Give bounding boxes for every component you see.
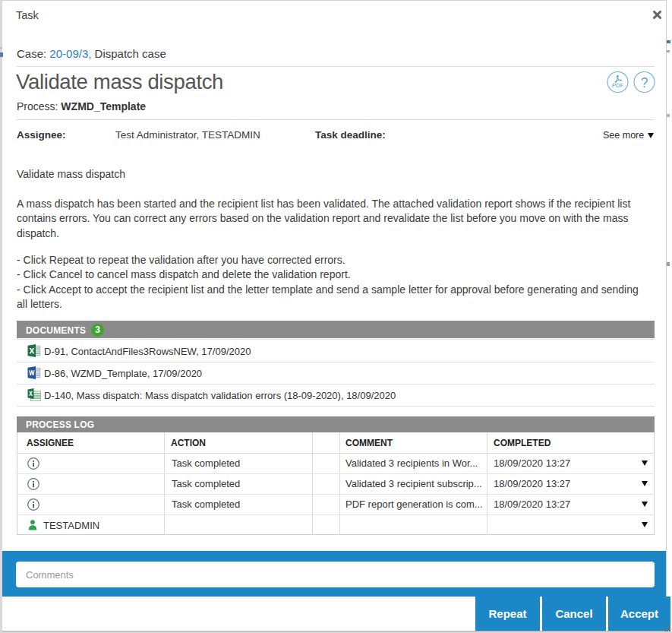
svg-text:PDF: PDF — [612, 82, 623, 89]
svg-text:?: ? — [641, 75, 648, 90]
